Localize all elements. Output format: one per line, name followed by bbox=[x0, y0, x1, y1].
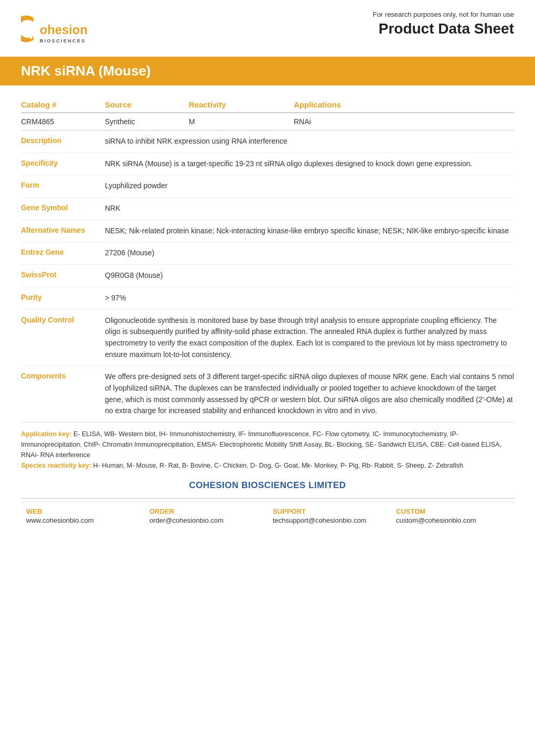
info-label: Quality Control bbox=[21, 315, 105, 324]
col-source: Source bbox=[105, 100, 189, 109]
species-key-text: H- Human, M- Mouse, R- Rat, B- Bovine, C… bbox=[93, 462, 464, 469]
company-logo: ohesion BIOSCIENCES bbox=[21, 10, 110, 47]
header: ohesion BIOSCIENCES For research purpose… bbox=[0, 0, 535, 52]
cell-source: Synthetic bbox=[105, 117, 189, 126]
info-row-alternative-names: Alternative NamesNESK; Nik-related prote… bbox=[21, 220, 514, 243]
footer-divider bbox=[21, 498, 514, 499]
footer-col-title: CUSTOM bbox=[396, 507, 514, 515]
info-label: SwissProt bbox=[21, 270, 105, 279]
info-label: Form bbox=[21, 180, 105, 189]
footer-col-web: WEBwww.cohesionbio.com bbox=[21, 507, 144, 524]
info-row-swissprot: SwissProtQ9R0G8 (Mouse) bbox=[21, 265, 514, 287]
table-header: Catalog # Source Reactivity Applications bbox=[21, 96, 514, 113]
info-label: Description bbox=[21, 136, 105, 145]
info-row-purity: Purity> 97% bbox=[21, 287, 514, 310]
footer-col-order: ORDERorder@cohesionbio.com bbox=[144, 507, 268, 524]
info-label: Specificity bbox=[21, 158, 105, 167]
svg-text:ohesion: ohesion bbox=[40, 23, 88, 37]
info-row-gene-symbol: Gene SymbolNRK bbox=[21, 198, 514, 220]
info-label: Alternative Names bbox=[21, 225, 105, 234]
logo-area: ohesion BIOSCIENCES bbox=[21, 10, 110, 47]
info-label: Entrez Gene bbox=[21, 247, 105, 256]
footer-col-value: custom@cohesionbio.com bbox=[396, 516, 514, 524]
cell-applications: RNAi bbox=[294, 117, 514, 126]
info-value: Lyophilized powder bbox=[105, 180, 514, 192]
col-catalog: Catalog # bbox=[21, 100, 105, 109]
footer-col-value: techsupport@cohesionbio.com bbox=[273, 516, 391, 524]
footer-col-value: order@cohesionbio.com bbox=[149, 516, 268, 524]
info-row-quality-control: Quality ControlOligonucleotide synthesis… bbox=[21, 310, 514, 366]
info-value: 27206 (Mouse) bbox=[105, 247, 514, 259]
info-value: NRK siRNA (Mouse) is a target-specific 1… bbox=[105, 158, 514, 170]
info-row-form: FormLyophilized powder bbox=[21, 175, 514, 198]
info-row-components: ComponentsWe offers pre-designed sets of… bbox=[21, 366, 514, 422]
main-content: Catalog # Source Reactivity Applications… bbox=[0, 85, 535, 538]
footer-keys: Application key: E- ELISA, WB- Western b… bbox=[21, 429, 514, 471]
col-reactivity: Reactivity bbox=[189, 100, 294, 109]
for-research-text: For research purposes only, not for huma… bbox=[373, 10, 514, 18]
footer-col-custom: CUSTOMcustom@cohesionbio.com bbox=[391, 507, 514, 524]
info-value: Oligonucleotide synthesis is monitored b… bbox=[105, 315, 514, 361]
species-key-label: Species reactivity key: bbox=[21, 462, 91, 469]
product-data-sheet-title: Product Data Sheet bbox=[373, 20, 514, 37]
cell-catalog: CRM4865 bbox=[21, 117, 105, 126]
info-row-entrez-gene: Entrez Gene27206 (Mouse) bbox=[21, 242, 514, 265]
footer-col-title: WEB bbox=[26, 507, 144, 515]
footer-col-title: SUPPORT bbox=[273, 507, 391, 515]
app-key-line: Application key: E- ELISA, WB- Western b… bbox=[21, 429, 514, 460]
species-key-line: Species reactivity key: H- Human, M- Mou… bbox=[21, 460, 514, 471]
info-label: Gene Symbol bbox=[21, 203, 105, 212]
footer-company: COHESION BIOSCIENCES LIMITED bbox=[21, 480, 514, 491]
cell-reactivity: M bbox=[189, 117, 294, 126]
footer-col-value: www.cohesionbio.com bbox=[26, 516, 144, 524]
app-key-text: E- ELISA, WB- Western blot, IH- Immunohi… bbox=[21, 430, 501, 459]
product-title-bar: NRK siRNA (Mouse) bbox=[0, 57, 535, 85]
footer-col-title: ORDER bbox=[149, 507, 268, 515]
svg-line-1 bbox=[31, 19, 38, 38]
footer-col-support: SUPPORTtechsupport@cohesionbio.com bbox=[268, 507, 391, 524]
info-label: Components bbox=[21, 371, 105, 380]
footer-links: WEBwww.cohesionbio.comORDERorder@cohesio… bbox=[21, 502, 514, 527]
app-key-label: Application key: bbox=[21, 430, 72, 438]
info-label: Purity bbox=[21, 293, 105, 301]
info-value: NRK bbox=[105, 203, 514, 214]
product-title: NRK siRNA (Mouse) bbox=[21, 63, 514, 79]
info-value: NESK; Nik-related protein kinase; Nck-in… bbox=[105, 225, 514, 237]
info-value: Q9R0G8 (Mouse) bbox=[105, 270, 514, 282]
info-value: siRNA to inhibit NRK expression using RN… bbox=[105, 136, 514, 147]
info-section: DescriptionsiRNA to inhibit NRK expressi… bbox=[21, 131, 514, 423]
info-value: > 97% bbox=[105, 293, 514, 304]
company-name: COHESION BIOSCIENCES LIMITED bbox=[21, 480, 514, 491]
table-row: CRM4865 Synthetic M RNAi bbox=[21, 113, 514, 131]
info-value: We offers pre-designed sets of 3 differe… bbox=[105, 371, 514, 417]
header-right: For research purposes only, not for huma… bbox=[373, 10, 514, 37]
col-applications: Applications bbox=[294, 100, 514, 109]
info-row-specificity: SpecificityNRK siRNA (Mouse) is a target… bbox=[21, 153, 514, 176]
svg-text:BIOSCIENCES: BIOSCIENCES bbox=[40, 38, 86, 44]
info-row-description: DescriptionsiRNA to inhibit NRK expressi… bbox=[21, 131, 514, 153]
